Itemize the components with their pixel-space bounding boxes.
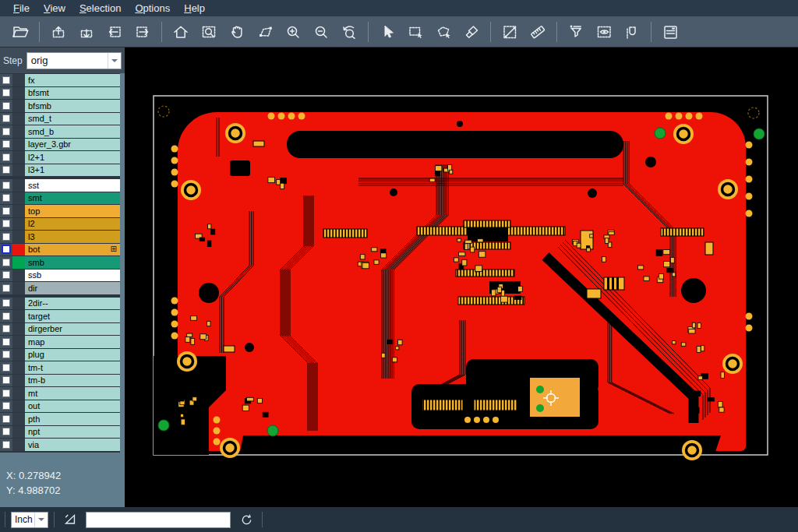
layer-label[interactable]: sst bbox=[25, 179, 120, 192]
toolbar-view-options-button[interactable] bbox=[590, 19, 618, 44]
layer-label[interactable]: smt bbox=[25, 192, 120, 205]
layer-label[interactable]: smd_t bbox=[25, 113, 120, 125]
toolbar-layers-panel-button[interactable] bbox=[656, 19, 684, 44]
layer-row-smd-t[interactable]: smd_t bbox=[0, 113, 120, 125]
layer-label[interactable]: mt bbox=[25, 387, 120, 400]
layer-checkbox[interactable] bbox=[2, 166, 10, 174]
toolbar-page-right-button[interactable] bbox=[129, 19, 157, 44]
layer-row-bot[interactable]: bot⊞ bbox=[0, 244, 120, 256]
layer-checkbox[interactable] bbox=[2, 89, 10, 97]
layer-row-pth[interactable]: pth bbox=[0, 413, 120, 425]
grid-icon[interactable]: ⊞ bbox=[111, 245, 117, 253]
layer-color-swatch[interactable] bbox=[12, 310, 25, 322]
layer-label[interactable]: 2dir-- bbox=[25, 298, 120, 310]
layer-checkbox[interactable] bbox=[2, 115, 10, 122]
layer-color-swatch[interactable] bbox=[12, 282, 25, 294]
layer-label[interactable]: fx bbox=[25, 74, 120, 86]
layer-checkbox[interactable] bbox=[2, 364, 10, 372]
menu-view[interactable]: View bbox=[37, 1, 72, 16]
layer-row-l3[interactable]: l3 bbox=[0, 231, 120, 243]
layer-color-swatch[interactable] bbox=[12, 298, 25, 310]
layer-color-swatch[interactable] bbox=[12, 413, 25, 425]
layer-row-smb[interactable]: smb bbox=[0, 256, 120, 269]
layer-color-swatch[interactable] bbox=[12, 361, 25, 374]
layer-color-swatch[interactable] bbox=[12, 323, 25, 336]
layer-color-swatch[interactable] bbox=[12, 256, 25, 269]
layer-color-swatch[interactable] bbox=[12, 218, 25, 231]
layer-row-out[interactable]: out bbox=[0, 400, 120, 413]
layer-checkbox[interactable] bbox=[2, 389, 10, 397]
layer-label[interactable]: dirgerber bbox=[25, 323, 120, 336]
toolbar-zoom-window-button[interactable] bbox=[195, 19, 223, 44]
layer-label[interactable]: l2+1 bbox=[25, 151, 120, 164]
toolbar-select-polygon-button[interactable] bbox=[429, 19, 457, 44]
layer-row-tm-b[interactable]: tm-b bbox=[0, 375, 120, 387]
toolbar-select-button[interactable] bbox=[373, 19, 401, 44]
layer-checkbox[interactable] bbox=[2, 102, 10, 110]
toolbar-page-down-button[interactable] bbox=[72, 19, 101, 44]
layer-color-swatch[interactable] bbox=[12, 400, 25, 413]
layer-checkbox[interactable] bbox=[2, 128, 10, 136]
layer-color-swatch[interactable] bbox=[12, 349, 25, 361]
layer-row-dirgerber[interactable]: dirgerber bbox=[0, 323, 120, 336]
layer-row-via[interactable]: via bbox=[0, 439, 120, 451]
layer-color-swatch[interactable] bbox=[12, 270, 25, 282]
layer-checkbox[interactable] bbox=[2, 76, 10, 84]
layer-label[interactable]: pth bbox=[25, 413, 120, 425]
layer-label[interactable]: tm-b bbox=[25, 375, 120, 387]
layer-label[interactable]: map bbox=[25, 336, 120, 348]
layer-checkbox[interactable] bbox=[2, 441, 10, 449]
layer-checkbox[interactable] bbox=[2, 428, 10, 435]
layer-color-swatch[interactable] bbox=[12, 87, 25, 100]
layer-row-smd-b[interactable]: smd_b bbox=[0, 125, 120, 138]
layer-row-bfsmb[interactable]: bfsmb bbox=[0, 100, 120, 112]
toolbar-zoom-in-button[interactable] bbox=[279, 19, 307, 44]
toolbar-select-rect-button[interactable] bbox=[401, 19, 429, 44]
unit-dropdown[interactable]: Inch bbox=[11, 512, 48, 528]
layer-color-swatch[interactable] bbox=[12, 244, 25, 256]
layer-row-bfsmt[interactable]: bfsmt bbox=[0, 87, 120, 100]
layer-label[interactable]: tm-t bbox=[25, 361, 120, 374]
toolbar-clear-button[interactable] bbox=[457, 19, 486, 44]
layer-label[interactable]: bfsmt bbox=[25, 87, 120, 100]
layer-label[interactable]: smd_b bbox=[25, 125, 120, 138]
layer-label[interactable]: target bbox=[25, 310, 120, 322]
menu-help[interactable]: Help bbox=[177, 1, 212, 16]
toolbar-open-button[interactable] bbox=[6, 19, 34, 44]
toolbar-page-left-button[interactable] bbox=[101, 19, 129, 44]
step-dropdown[interactable]: orig bbox=[26, 52, 122, 69]
toolbar-ruler-button[interactable] bbox=[524, 19, 552, 44]
layer-label[interactable]: out bbox=[25, 400, 120, 413]
layer-row-layer-3-gbr[interactable]: layer_3.gbr bbox=[0, 139, 120, 151]
layer-checkbox[interactable] bbox=[2, 338, 10, 346]
layer-label[interactable]: l3+1 bbox=[25, 164, 120, 177]
layer-color-swatch[interactable] bbox=[12, 375, 25, 387]
layer-row-l2-1[interactable]: l2+1 bbox=[0, 151, 120, 164]
toolbar-filter-button[interactable] bbox=[562, 19, 590, 44]
layer-label[interactable]: top bbox=[25, 205, 120, 217]
layer-checkbox[interactable] bbox=[2, 284, 10, 292]
toolbar-page-up-button[interactable] bbox=[44, 19, 72, 44]
layer-label[interactable]: plug bbox=[25, 349, 120, 361]
layer-color-swatch[interactable] bbox=[12, 139, 25, 151]
layer-checkbox[interactable] bbox=[2, 299, 10, 307]
command-input[interactable] bbox=[86, 512, 231, 528]
layer-row-fx[interactable]: fx bbox=[0, 74, 120, 86]
menu-file[interactable]: File bbox=[6, 1, 37, 16]
layer-row-sst[interactable]: sst bbox=[0, 179, 120, 192]
layer-checkbox[interactable] bbox=[2, 140, 10, 148]
layer-color-swatch[interactable] bbox=[12, 74, 25, 86]
layer-color-swatch[interactable] bbox=[12, 426, 25, 439]
layer-checkbox[interactable] bbox=[2, 220, 10, 227]
layer-color-swatch[interactable] bbox=[12, 125, 25, 138]
layer-color-swatch[interactable] bbox=[12, 387, 25, 400]
layer-row-l2[interactable]: l2 bbox=[0, 218, 120, 231]
layer-checkbox[interactable] bbox=[2, 312, 10, 320]
layer-checkbox[interactable] bbox=[2, 207, 10, 215]
layer-label[interactable]: l3 bbox=[25, 231, 120, 243]
layer-row-map[interactable]: map bbox=[0, 336, 120, 348]
layer-checkbox[interactable] bbox=[2, 233, 10, 241]
layer-color-swatch[interactable] bbox=[12, 231, 25, 243]
layer-color-swatch[interactable] bbox=[12, 192, 25, 205]
pcb-canvas[interactable] bbox=[125, 48, 798, 507]
